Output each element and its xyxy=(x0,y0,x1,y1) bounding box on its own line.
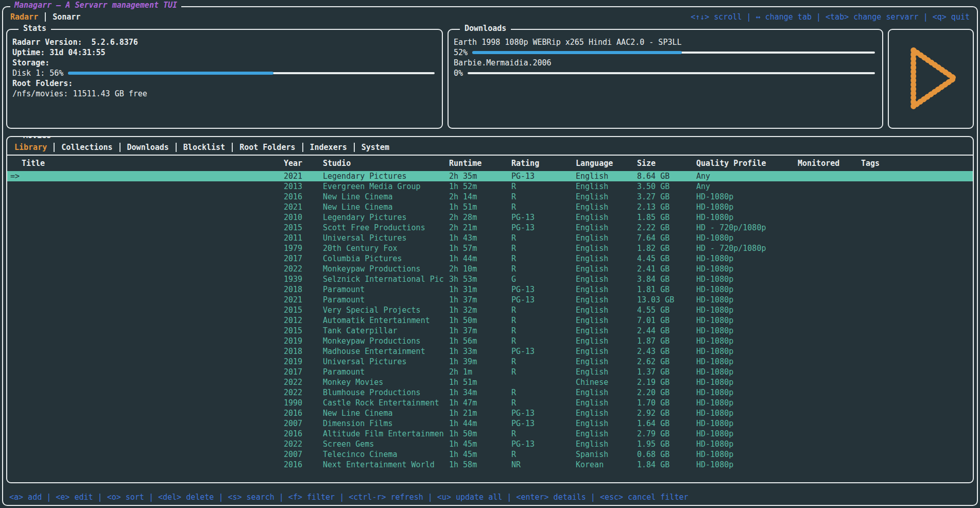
cell-language: English xyxy=(576,171,637,181)
cell-tags xyxy=(861,346,973,357)
cell-year: 2021 xyxy=(284,171,323,181)
radarr-version: Radarr Version: 5.2.6.8376 xyxy=(12,37,435,47)
table-row[interactable]: 1408 2007 Dimension Films 1h 44m PG-13 E… xyxy=(7,418,973,429)
cell-size: 2.62 GB xyxy=(637,357,696,367)
table-row[interactable]: Incantation 2022 Monkey Movies 1h 51m Ch… xyxy=(7,377,973,387)
cell-year: 2016 xyxy=(284,460,323,470)
column-header-monitored[interactable]: Monitored xyxy=(798,156,861,171)
app-title: Managarr – A Servarr management TUI xyxy=(10,1,181,10)
table-row[interactable]: Gone with the Wind 1939 Selznick Interna… xyxy=(7,274,973,284)
table-row[interactable]: The Conjuring 2013 Evergreen Media Group… xyxy=(7,181,973,192)
tab-blocklist[interactable]: Blocklist xyxy=(183,143,225,152)
cell-runtime: 1h 45m xyxy=(449,449,511,460)
monitored-cell xyxy=(798,439,861,449)
cell-quality-profile: HD-1080p xyxy=(696,295,798,305)
cell-runtime: 1h 37m xyxy=(449,326,511,336)
column-header-rating[interactable]: Rating xyxy=(511,156,576,171)
cell-size: 2.92 GB xyxy=(637,408,696,418)
table-row[interactable]: The Conjuring 2 2016 New Line Cinema 2h … xyxy=(7,192,973,202)
table-row[interactable]: The Witch 2015 Very Special Projects 1h … xyxy=(7,305,973,315)
cell-language: English xyxy=(576,315,637,326)
table-row[interactable]: The Thing 2011 Universal Pictures 1h 43m… xyxy=(7,233,973,243)
cell-studio: Very Special Projects xyxy=(323,305,449,315)
table-row[interactable]: Misery 1990 Castle Rock Entertainment 1h… xyxy=(7,398,973,408)
cell-studio: Paramount xyxy=(323,284,449,295)
tab-divider xyxy=(119,143,121,152)
top-panels: Stats Radarr Version: 5.2.6.8376 Uptime:… xyxy=(3,25,977,129)
tab-collections[interactable]: Collections xyxy=(61,143,112,152)
download-item-name: Barbie.Mermaidia.2006 xyxy=(454,58,875,68)
tab-indexers[interactable]: Indexers xyxy=(310,143,347,152)
cell-quality-profile: HD-1080p xyxy=(696,418,798,429)
column-header-year[interactable]: Year xyxy=(284,156,323,171)
tab-library[interactable]: Library xyxy=(14,143,47,152)
table-row[interactable]: The Invitation 2022 Screen Gems 1h 45m P… xyxy=(7,439,973,449)
tab-downloads[interactable]: Downloads xyxy=(127,143,169,152)
cell-quality-profile: HD-1080p xyxy=(696,264,798,274)
cell-studio: Blumhouse Productions xyxy=(323,387,449,398)
table-row[interactable]: Lights Out 2016 New Line Cinema 1h 21m P… xyxy=(7,408,973,418)
table-row[interactable]: Train to Busan 2016 Next Entertainment W… xyxy=(7,460,973,470)
table-row[interactable]: Sinister 2 2015 Tank Caterpillar 1h 37m … xyxy=(7,326,973,336)
cell-runtime: 1h 50m xyxy=(449,429,511,439)
monitored-cell xyxy=(798,243,861,253)
column-header-size[interactable]: Size xyxy=(637,156,696,171)
column-header-tags[interactable]: Tags xyxy=(861,156,973,171)
table-row[interactable]: The Orphanage 2007 Telecinco Cinema 1h 4… xyxy=(7,449,973,460)
cell-rating: R xyxy=(511,357,576,367)
cell-year: 2015 xyxy=(284,223,323,233)
column-header-title[interactable]: Title xyxy=(8,156,284,171)
column-header-studio[interactable]: Studio xyxy=(323,156,449,171)
table-row[interactable]: The Conjuring: The Devil Made Me Do It 2… xyxy=(7,202,973,212)
cell-year: 2007 xyxy=(284,418,323,429)
cell-studio: Columbia Pictures xyxy=(323,253,449,264)
cell-tags xyxy=(861,449,973,460)
tab-divider xyxy=(302,143,303,152)
cell-size: 2.41 GB xyxy=(637,264,696,274)
cell-language: English xyxy=(576,181,637,192)
cell-size: 1.95 GB xyxy=(637,439,696,449)
cell-studio: Monkeypaw Productions xyxy=(323,264,449,274)
cell-quality-profile: HD-1080p xyxy=(696,357,798,367)
cell-language: English xyxy=(576,326,637,336)
cell-runtime: 1h 58m xyxy=(449,460,511,470)
monitored-cell xyxy=(798,305,861,315)
cell-language: Korean xyxy=(576,460,637,470)
table-row[interactable]: The Martian 2015 Scott Free Productions … xyxy=(7,223,973,233)
tab-root-folders[interactable]: Root Folders xyxy=(239,143,295,152)
table-row[interactable]: Ma 2019 Universal Pictures 1h 39m R Engl… xyxy=(7,357,973,367)
cell-studio: Paramount xyxy=(323,295,449,305)
table-row[interactable]: A Quiet Place Part II 2021 Paramount 1h … xyxy=(7,295,973,305)
uptime: Uptime: 31d 04:31:55 xyxy=(12,47,435,58)
cell-year: 2012 xyxy=(284,315,323,326)
download-progress-bar xyxy=(472,47,875,58)
table-row[interactable]: Inception 2010 Legendary Pictures 2h 28m… xyxy=(7,212,973,223)
managarr-play-logo-icon xyxy=(892,40,970,117)
table-row[interactable]: mother! 2017 Paramount 2h 1m R English 1… xyxy=(7,367,973,377)
column-header-language[interactable]: Language xyxy=(576,156,637,171)
table-row[interactable]: Sinister 2012 Automatik Entertainment 1h… xyxy=(7,315,973,326)
table-row[interactable]: A Quiet Place 2018 Paramount 1h 31m PG-1… xyxy=(7,284,973,295)
tab-system[interactable]: System xyxy=(362,143,389,152)
cell-tags xyxy=(861,315,973,326)
column-header-runtime[interactable]: Runtime xyxy=(449,156,511,171)
cell-rating: PG-13 xyxy=(511,223,576,233)
table-row[interactable]: Alien 1979 20th Century Fox 1h 57m R Eng… xyxy=(7,243,973,253)
cell-quality-profile: HD-1080p xyxy=(696,429,798,439)
cell-studio: Paramount xyxy=(323,367,449,377)
monitored-cell xyxy=(798,223,861,233)
table-row[interactable]: => Dune 2021 Legendary Pictures 2h 35m P… xyxy=(7,171,973,181)
table-row[interactable]: Slender Man 2018 Madhouse Entertainment … xyxy=(7,346,973,357)
table-row[interactable]: Nope 2022 Monkeypaw Productions 2h 10m R… xyxy=(7,264,973,274)
column-header-quality-profile[interactable]: Quality Profile xyxy=(696,156,798,171)
table-row[interactable]: Firestarter 2022 Blumhouse Productions 1… xyxy=(7,387,973,398)
table-row[interactable]: Life 2017 Columbia Pictures 1h 44m R Eng… xyxy=(7,253,973,264)
table-row[interactable]: Us 2019 Monkeypaw Productions 1h 56m R E… xyxy=(7,336,973,346)
cell-year: 2022 xyxy=(284,264,323,274)
tab-sonarr[interactable]: Sonarr xyxy=(53,12,80,22)
cell-size: 7.64 GB xyxy=(637,233,696,243)
table-row[interactable]: The Girl with All the Gifts 2016 Altitud… xyxy=(7,429,973,439)
cell-year: 2019 xyxy=(284,357,323,367)
cell-runtime: 1h 31m xyxy=(449,284,511,295)
tab-radarr[interactable]: Radarr xyxy=(10,12,38,22)
